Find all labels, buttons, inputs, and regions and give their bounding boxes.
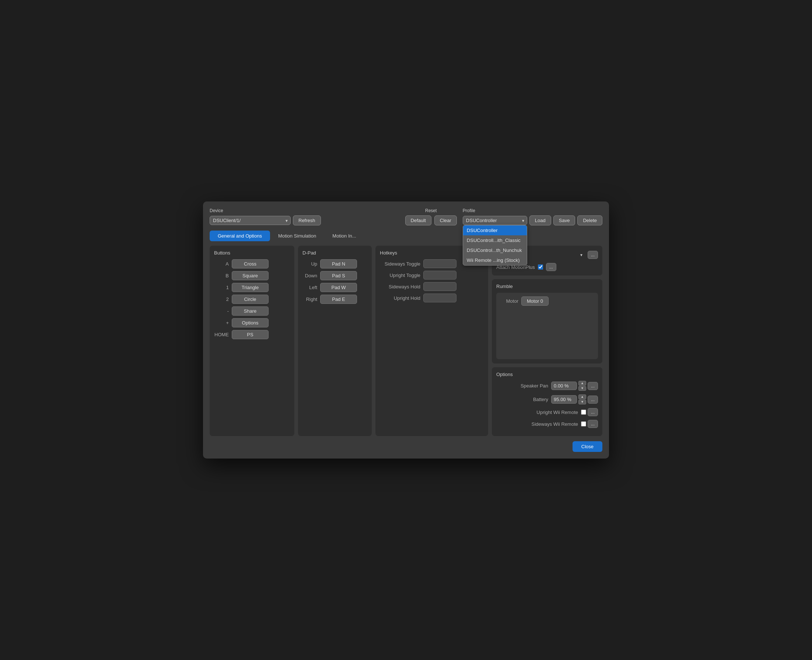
reset-label: Reset bbox=[425, 208, 437, 213]
sideways-wii-label: Sideways Wii Remote bbox=[496, 421, 578, 427]
motor-button[interactable]: Motor 0 bbox=[521, 297, 548, 306]
profile-dropdown-menu: DSUController DSUControll...ith_Classic … bbox=[463, 225, 527, 265]
mapping-btn-share[interactable]: Share bbox=[232, 306, 269, 316]
tab-motion-simulation[interactable]: Motion Simulation bbox=[270, 230, 324, 241]
speaker-pan-input[interactable] bbox=[551, 382, 577, 390]
mapping-btn-options[interactable]: Options bbox=[232, 318, 269, 327]
option-row-battery: Battery ▲ ▼ ... bbox=[496, 395, 598, 405]
delete-button[interactable]: Delete bbox=[577, 216, 602, 225]
speaker-pan-arrows: ▲ ▼ bbox=[578, 381, 586, 391]
button-row-home: HOME PS bbox=[214, 330, 290, 339]
tab-motion-input[interactable]: Motion In... bbox=[324, 230, 364, 241]
upright-wii-label: Upright Wii Remote bbox=[496, 409, 578, 415]
buttons-panel: Buttons A Cross B Square 1 Triangle 2 Ci… bbox=[210, 246, 294, 436]
rumble-panel: Rumble Motor Motor 0 bbox=[492, 279, 602, 363]
refresh-button[interactable]: Refresh bbox=[293, 216, 321, 225]
speaker-pan-down-arrow[interactable]: ▼ bbox=[578, 386, 586, 391]
button-row-a: A Cross bbox=[214, 259, 290, 268]
attach-ellipsis-button[interactable]: ... bbox=[546, 263, 556, 271]
button-row-plus: + Options bbox=[214, 318, 290, 327]
save-button[interactable]: Save bbox=[553, 216, 575, 225]
battery-ellipsis[interactable]: ... bbox=[588, 395, 598, 404]
dropdown-item-classic[interactable]: DSUControll...ith_Classic bbox=[463, 235, 527, 245]
attach-checkbox[interactable] bbox=[538, 265, 543, 270]
hotkeys-panel: Hotkeys Sideways Toggle Upright Toggle S… bbox=[375, 246, 488, 436]
dropdown-item-nunchuk[interactable]: DSUControl...th_Nunchuk bbox=[463, 245, 527, 255]
dpad-label-right: Right bbox=[302, 297, 317, 302]
options-panel: Options Speaker Pan ▲ ▼ ... Batter bbox=[492, 367, 602, 436]
clear-button[interactable]: Clear bbox=[434, 216, 457, 225]
button-label-a: A bbox=[214, 261, 229, 267]
sideways-wii-ellipsis[interactable]: ... bbox=[588, 420, 598, 428]
option-row-sideways-wii: Sideways Wii Remote ... bbox=[496, 420, 598, 428]
option-row-upright-wii: Upright Wii Remote ... bbox=[496, 408, 598, 416]
mapping-btn-padw[interactable]: Pad W bbox=[320, 283, 357, 292]
upright-wii-ellipsis[interactable]: ... bbox=[588, 408, 598, 416]
dpad-label-down: Down bbox=[302, 273, 317, 278]
right-panels-col: None ▼ ... Attach MotionPlus ... Rumble bbox=[492, 246, 602, 436]
dpad-row-right: Right Pad E bbox=[302, 295, 367, 304]
sideways-wii-value-row: ... bbox=[581, 420, 598, 428]
speaker-pan-up-arrow[interactable]: ▲ bbox=[578, 381, 586, 386]
mapping-btn-pade[interactable]: Pad E bbox=[320, 295, 357, 304]
options-title: Options bbox=[496, 371, 598, 377]
button-row-2: 2 Circle bbox=[214, 295, 290, 304]
device-label: Device bbox=[210, 208, 399, 213]
button-label-2: 2 bbox=[214, 297, 229, 302]
battery-arrows: ▲ ▼ bbox=[578, 395, 586, 405]
mapping-btn-pads[interactable]: Pad S bbox=[320, 271, 357, 280]
bottom-bar: Close bbox=[210, 441, 602, 452]
none-ellipsis-button[interactable]: ... bbox=[588, 251, 598, 259]
rumble-title: Rumble bbox=[496, 284, 598, 289]
mapping-btn-circle[interactable]: Circle bbox=[232, 295, 269, 304]
hotkey-label-sideways-toggle: Sideways Toggle bbox=[380, 261, 420, 267]
profile-section: Profile DSUController DSUControll...ith_… bbox=[463, 208, 602, 225]
hotkey-row-sideways-hold: Sideways Hold bbox=[380, 282, 484, 291]
mapping-btn-square[interactable]: Square bbox=[232, 271, 269, 280]
hotkey-row-upright-toggle: Upright Toggle bbox=[380, 271, 484, 279]
mapping-btn-triangle[interactable]: Triangle bbox=[232, 283, 269, 292]
battery-input[interactable] bbox=[551, 395, 577, 404]
hotkey-input-upright-toggle[interactable] bbox=[423, 271, 456, 279]
button-row-minus: - Share bbox=[214, 306, 290, 316]
mapping-btn-padn[interactable]: Pad N bbox=[320, 259, 357, 268]
hotkey-input-sideways-toggle[interactable] bbox=[423, 259, 456, 268]
mapping-btn-cross[interactable]: Cross bbox=[232, 259, 269, 268]
sideways-wii-checkbox[interactable] bbox=[581, 421, 586, 427]
dpad-row-up: Up Pad N bbox=[302, 259, 367, 268]
button-label-plus: + bbox=[214, 320, 229, 325]
device-row: DSUClient/1/ ▼ Refresh bbox=[210, 216, 399, 225]
battery-down-arrow[interactable]: ▼ bbox=[578, 400, 586, 405]
profile-label: Profile bbox=[463, 208, 602, 213]
battery-up-arrow[interactable]: ▲ bbox=[578, 395, 586, 399]
tab-general-options[interactable]: General and Options bbox=[210, 230, 270, 241]
dropdown-item-dsu[interactable]: DSUController bbox=[463, 225, 527, 235]
dpad-panel: D-Pad Up Pad N Down Pad S Left Pad W Rig… bbox=[298, 246, 372, 436]
button-row-1: 1 Triangle bbox=[214, 283, 290, 292]
close-button[interactable]: Close bbox=[572, 441, 602, 452]
hotkey-label-upright-hold: Upright Hold bbox=[380, 295, 420, 301]
dpad-label-left: Left bbox=[302, 285, 317, 290]
tabs-bar: General and Options Motion Simulation Mo… bbox=[210, 230, 602, 241]
dpad-row-down: Down Pad S bbox=[302, 271, 367, 280]
profile-select[interactable]: DSUController DSUControll...ith_Classic … bbox=[463, 216, 527, 225]
reset-section: Reset Default Clear bbox=[405, 208, 457, 225]
button-row-b: B Square bbox=[214, 271, 290, 280]
hotkey-input-sideways-hold[interactable] bbox=[423, 282, 456, 291]
default-button[interactable]: Default bbox=[405, 216, 431, 225]
button-label-home: HOME bbox=[214, 332, 229, 337]
mapping-btn-ps[interactable]: PS bbox=[232, 330, 269, 339]
dropdown-item-wii[interactable]: Wii Remote ...ing (Stock) bbox=[463, 255, 527, 265]
hotkey-row-upright-hold: Upright Hold bbox=[380, 294, 484, 302]
profile-select-wrapper: DSUController DSUControll...ith_Classic … bbox=[463, 216, 527, 225]
device-select[interactable]: DSUClient/1/ bbox=[210, 216, 291, 225]
speaker-pan-ellipsis[interactable]: ... bbox=[588, 382, 598, 390]
dpad-panel-title: D-Pad bbox=[302, 250, 367, 255]
hotkey-label-upright-toggle: Upright Toggle bbox=[380, 273, 420, 278]
upright-wii-checkbox[interactable] bbox=[581, 409, 586, 415]
load-button[interactable]: Load bbox=[529, 216, 551, 225]
reset-row: Default Clear bbox=[405, 216, 457, 225]
upright-wii-value-row: ... bbox=[581, 408, 598, 416]
hotkey-input-upright-hold[interactable] bbox=[423, 294, 456, 302]
none-select-arrow: ▼ bbox=[580, 253, 583, 257]
